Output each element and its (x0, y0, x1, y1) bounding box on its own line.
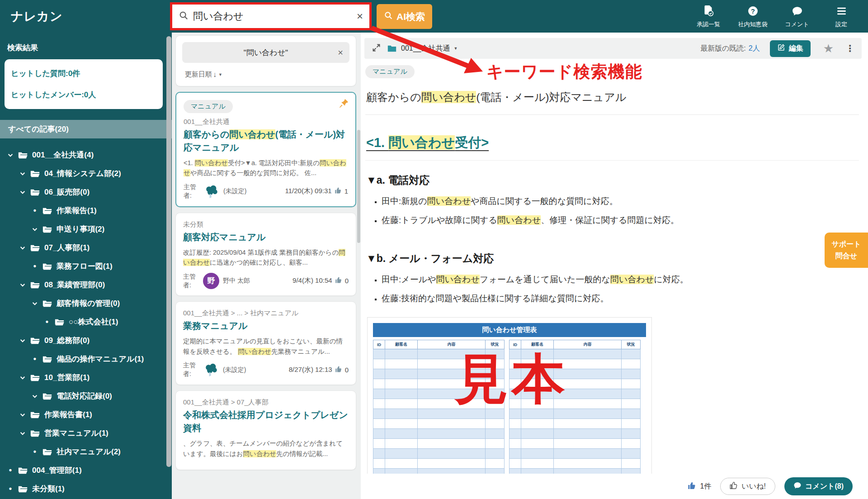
topbar: ナレカン × AI検索 承認一覧 ? (0, 0, 868, 33)
favorite-star-icon[interactable]: ★ (823, 42, 834, 56)
article-title: 顧客からの問い合わせ(電話・メール)対応マニュアル (366, 90, 859, 105)
sidebar-folder-item[interactable]: •作業報告(1) (0, 201, 172, 220)
sidebar-folder-item[interactable]: 作業報告書(1) (0, 405, 172, 424)
remove-keyword-icon[interactable]: × (338, 48, 343, 58)
expand-icon[interactable] (372, 43, 381, 54)
table-header-cell: 内容 (554, 340, 622, 349)
sidebar-folder-item[interactable]: 08_業績管理部(0) (0, 276, 172, 294)
table-cell (373, 449, 385, 459)
folder-label: 06_販売部(0) (44, 187, 90, 197)
thumbs-up-icon (730, 481, 738, 491)
table-header-cell: 顧客名 (385, 340, 418, 349)
sidebar-folder-item[interactable]: •004_管理部(1) (0, 461, 172, 480)
support-contact-button[interactable]: サポート 問合せ (825, 233, 868, 268)
sidebar-folder-item[interactable]: 顧客情報の管理(0) (0, 294, 172, 313)
chevron-down-icon[interactable] (5, 152, 15, 158)
folder-icon (55, 319, 64, 326)
table-cell (622, 399, 641, 409)
result-card[interactable]: 001__全社共通 > 07_人事部令和株式会社採用プロジェクトプレゼン資料、グ… (175, 390, 356, 470)
sidebar-folder-item[interactable]: 06_販売部(0) (0, 183, 172, 201)
sidebar-folder-item[interactable]: 001__全社共通(4) (0, 146, 172, 164)
table-row (509, 429, 641, 439)
folder-icon (42, 393, 52, 400)
table-cell (521, 439, 554, 449)
sample-watermark: 見本 (455, 352, 569, 405)
table-row (509, 419, 641, 429)
chevron-down-icon[interactable] (18, 171, 28, 177)
chevron-down-icon[interactable] (18, 189, 28, 195)
folder-tree: 001__全社共通(4)04_情報システム部(2)06_販売部(0)•作業報告(… (0, 138, 172, 498)
app-logo[interactable]: ナレカン (11, 0, 63, 33)
article-tag[interactable]: マニュアル (365, 65, 415, 78)
result-card[interactable]: 未分類顧客対応マニュアル改訂履歴: 2025/09/04 第1版作成 業務目的顧… (175, 213, 356, 296)
table-cell (554, 419, 622, 429)
result-card[interactable]: 001__全社共通 > ... > 社内マニュアル業務マニュアル定期的に本マニュ… (175, 301, 356, 385)
updated-date: 8/27(水) 12:130 (289, 366, 349, 374)
approval-list-button[interactable]: 承認一覧 (688, 3, 729, 31)
comments-button[interactable]: コメント (777, 3, 817, 31)
folder-icon (18, 486, 28, 493)
chevron-down-icon[interactable] (30, 226, 40, 233)
sidebar-folder-item[interactable]: 申送り事項(2) (0, 220, 172, 238)
sidebar-folder-item[interactable]: •○○株式会社(1) (0, 313, 172, 331)
keyword-search-box[interactable]: × (170, 2, 372, 30)
sidebar-folder-item[interactable]: 電話対応記録(0) (0, 387, 172, 405)
chevron-down-icon[interactable] (18, 412, 28, 418)
chevron-down-icon[interactable] (18, 282, 28, 288)
chevron-down-icon[interactable] (18, 245, 28, 251)
sidebar-folder-item[interactable]: •備品の操作マニュアル(1) (0, 350, 172, 368)
sort-order-control[interactable]: 更新日順 ↓ ▼ (185, 70, 349, 79)
avatar: 野 (203, 273, 219, 289)
ai-search-button[interactable]: AI検索 (377, 4, 432, 29)
sidebar-folder-item[interactable]: •社内マニュアル(2) (0, 442, 172, 461)
search-input[interactable] (193, 10, 352, 22)
owner-name: (未設定) (223, 366, 253, 374)
article-body: マニュアル 顧客からの問い合わせ(電話・メール)対応マニュアル <1. 問い合わ… (361, 59, 868, 486)
sidebar-scrollbar[interactable] (166, 36, 171, 467)
results-scrollbar[interactable] (357, 130, 360, 243)
all-articles-bar[interactable]: すべての記事(20) (0, 120, 172, 138)
thumbs-up-icon (688, 481, 696, 492)
sidebar-folder-item[interactable]: •未分類(1) (0, 480, 172, 498)
thumbs-up-icon (335, 187, 342, 195)
sidebar-folder-item[interactable]: 営業マニュアル(1) (0, 424, 172, 442)
comment-button[interactable]: コメント(8) (784, 477, 853, 495)
sidebar-folder-item[interactable]: •業務フロー図(1) (0, 257, 172, 276)
bullet-item: 田中:メールや問い合わせフォームを通じて届いた一般的な問い合わせに対応。 (382, 274, 859, 285)
more-options-icon[interactable]: ⋮ (845, 43, 854, 54)
folder-icon (42, 226, 52, 233)
thumbs-up-icon (335, 366, 342, 374)
pin-icon (339, 98, 349, 110)
sidebar-folder-item[interactable]: 07_人事部(1) (0, 238, 172, 257)
read-count-link[interactable]: 2人 (749, 44, 760, 52)
updated-date: 11/20(木) 09:311 (285, 187, 348, 195)
table-header-cell: 状況 (486, 340, 505, 349)
settings-button[interactable]: 設定 (821, 3, 862, 31)
result-card[interactable]: マニュアル001__全社共通顧客からの問い合わせ(電話・メール)対応マニュアル<… (175, 92, 356, 207)
table-cell (486, 409, 505, 419)
folder-icon (30, 375, 40, 382)
table-row (373, 429, 505, 439)
sidebar-folder-item[interactable]: 10_営業部(1) (0, 368, 172, 387)
like-count: 0 (345, 366, 349, 374)
search-results-heading: 検索結果 (0, 33, 172, 53)
search-results-list: "問い合わせ" × 更新日順 ↓ ▼ マニュアル001__全社共通顧客からの問い… (172, 33, 361, 499)
chevron-down-icon[interactable] (30, 393, 40, 399)
clear-search-icon[interactable]: × (357, 11, 363, 22)
breadcrumb[interactable]: 001__全社共通 (401, 44, 450, 53)
chevron-down-icon[interactable] (18, 375, 28, 381)
chevron-down-icon[interactable] (18, 337, 28, 344)
like-count: 1 (344, 187, 348, 195)
sidebar-folder-item[interactable]: 09_総務部(0) (0, 331, 172, 350)
company-qa-button[interactable]: ? 社内知恵袋 (732, 3, 773, 31)
table-cell (385, 379, 418, 389)
sidebar-folder-item[interactable]: 04_情報システム部(2) (0, 164, 172, 183)
chevron-down-icon[interactable] (18, 430, 28, 437)
edit-button[interactable]: 編集 (770, 40, 811, 57)
card-meta: 主管者:(未設定)8/27(水) 12:130 (183, 361, 349, 378)
chevron-down-icon[interactable] (30, 300, 40, 307)
like-button[interactable]: いいね! (720, 478, 775, 495)
table-cell (509, 439, 521, 449)
chevron-down-icon[interactable]: ▼ (454, 46, 458, 51)
topbar-actions: 承認一覧 ? 社内知恵袋 コメント 設定 (688, 3, 862, 31)
